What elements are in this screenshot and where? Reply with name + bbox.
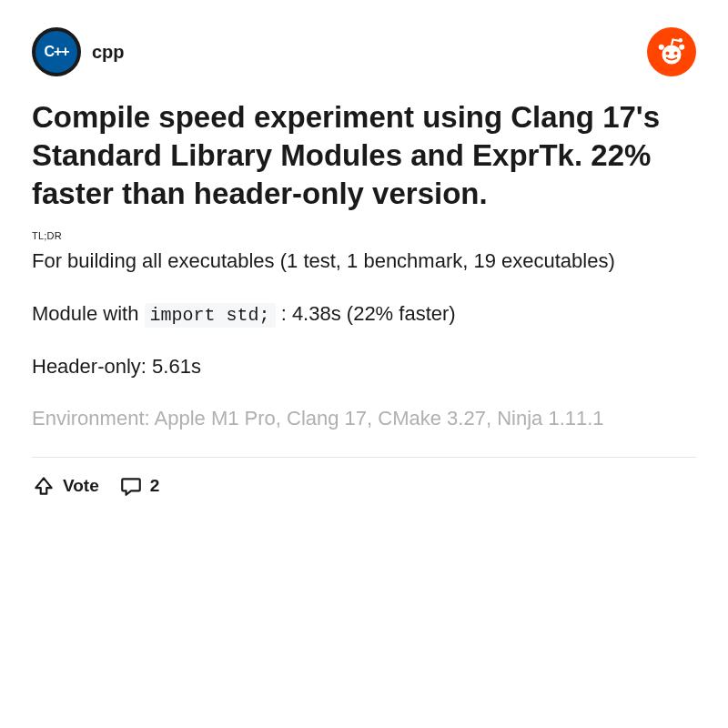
post-actions: Vote 2 bbox=[32, 474, 696, 498]
svg-point-5 bbox=[674, 52, 678, 56]
body-line-1: For building all executables (1 test, 1 … bbox=[32, 247, 696, 276]
svg-point-2 bbox=[679, 38, 683, 43]
svg-point-4 bbox=[666, 52, 670, 56]
tldr-label: TL;DR bbox=[32, 230, 696, 241]
divider bbox=[32, 457, 696, 458]
body-line-3: Header-only: 5.61s bbox=[32, 352, 696, 381]
svg-point-3 bbox=[659, 45, 664, 50]
post-title: Compile speed experiment using Clang 17'… bbox=[32, 98, 696, 214]
comments-count: 2 bbox=[150, 476, 160, 496]
body-line-2-suffix: : 4.38s (22% faster) bbox=[276, 302, 456, 325]
inline-code: import std; bbox=[145, 303, 276, 328]
reddit-logo-icon[interactable] bbox=[647, 27, 696, 76]
svg-point-1 bbox=[679, 45, 684, 50]
upvote-icon bbox=[32, 474, 56, 498]
comments-button[interactable]: 2 bbox=[119, 474, 160, 498]
body-line-2: Module with import std; : 4.38s (22% fas… bbox=[32, 299, 696, 329]
subreddit-link[interactable]: C++ cpp bbox=[32, 27, 125, 76]
subreddit-name: cpp bbox=[92, 42, 125, 63]
svg-point-0 bbox=[662, 46, 682, 65]
subreddit-icon: C++ bbox=[32, 27, 81, 76]
subreddit-icon-text: C++ bbox=[44, 44, 68, 60]
post-body: For building all executables (1 test, 1 … bbox=[32, 247, 696, 434]
vote-label: Vote bbox=[63, 476, 99, 496]
vote-button[interactable]: Vote bbox=[32, 474, 99, 498]
body-line-2-prefix: Module with bbox=[32, 302, 145, 325]
body-line-4: Environment: Apple M1 Pro, Clang 17, CMa… bbox=[32, 404, 696, 433]
comment-icon bbox=[119, 474, 143, 498]
post-header: C++ cpp bbox=[32, 27, 696, 76]
